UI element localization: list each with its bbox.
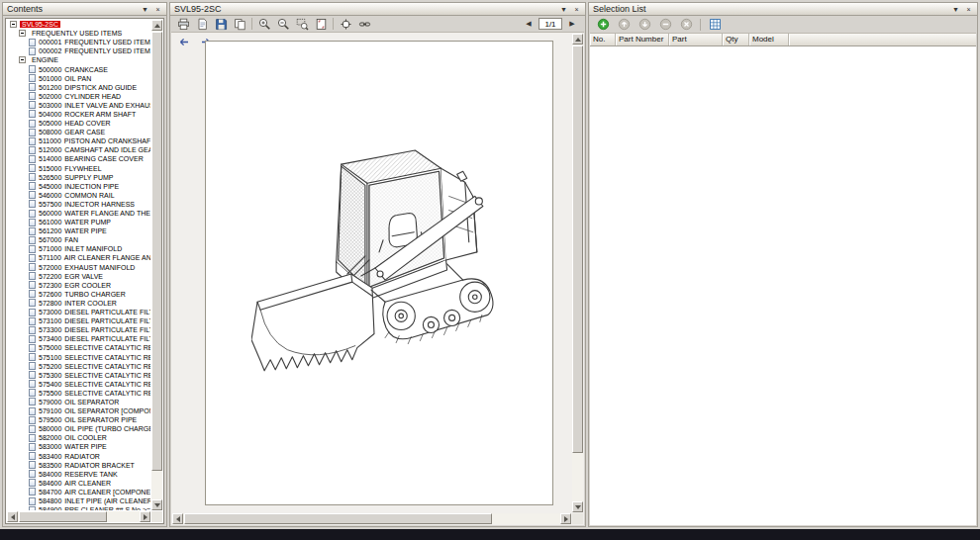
tree-row[interactable]: FREQUENTLY USED ITEMS	[8, 29, 150, 38]
scroll-right-button[interactable]	[140, 511, 150, 522]
print-button[interactable]	[174, 17, 192, 32]
copy-button[interactable]	[231, 17, 248, 32]
tree-horizontal-scrollbar[interactable]	[7, 511, 150, 522]
next-page-button[interactable]: ▶	[563, 17, 581, 32]
tree-row[interactable]: 512000 CAMSHAFT AND IDLE GEAR SHA	[8, 145, 150, 154]
tree-row[interactable]: 500000 CRANKCASE	[8, 64, 150, 73]
tree-row[interactable]: 584600 AIR CLEANER	[8, 479, 150, 488]
tree-row[interactable]: 515000 FLYWHEEL	[8, 164, 150, 173]
tree-row[interactable]: 575400 SELECTIVE CATALYTIC REDUCT	[8, 380, 150, 389]
tree-row[interactable]: 557500 INJECTOR HARNESS	[8, 200, 150, 209]
tree-row[interactable]: 567000 FAN	[8, 235, 150, 244]
tree-row[interactable]: 502000 CYLINDER HEAD	[8, 92, 150, 101]
auto-hide-pin-icon[interactable]: ▼	[949, 4, 962, 15]
save-image-button[interactable]	[212, 17, 230, 32]
tree-row[interactable]: 573400 DIESEL PARTICULATE FILTER D	[8, 334, 150, 343]
page-setup-button[interactable]	[193, 17, 211, 32]
tree-row[interactable]: 572600 TURBO CHARGER	[8, 290, 150, 299]
tree-row[interactable]: 561000 WATER PUMP	[8, 218, 150, 226]
tree-root-row[interactable]: SVL95-2SC	[8, 20, 150, 29]
close-icon[interactable]: ×	[570, 4, 583, 15]
column-header-part-number[interactable]: Part Number	[616, 34, 669, 45]
tree-vertical-scrollbar[interactable]	[151, 20, 162, 510]
clear-list-button[interactable]	[677, 17, 695, 32]
tree-row[interactable]: 583500 RADIATOR BRACKET	[8, 461, 150, 470]
move-down-button[interactable]	[636, 17, 653, 32]
fit-page-button[interactable]	[312, 17, 330, 32]
drawing-page[interactable]	[205, 41, 553, 505]
collapse-toggle-icon[interactable]	[19, 56, 26, 63]
tree-row[interactable]: 575000 SELECTIVE CATALYTIC REDUCT	[8, 343, 150, 352]
tree-row[interactable]: 571000 INLET MANIFOLD	[8, 244, 150, 253]
scroll-left-button[interactable]	[7, 511, 18, 522]
selection-table-body[interactable]	[590, 46, 976, 525]
tree-row[interactable]: 575100 SELECTIVE CATALYTIC REDUCT	[8, 352, 150, 361]
tree-row[interactable]: 584900 PRE CLEANER ## S.No.>=3922	[8, 505, 150, 510]
scroll-up-button[interactable]	[151, 20, 162, 31]
auto-hide-pin-icon[interactable]: ▼	[139, 4, 151, 15]
zoom-out-button[interactable]	[274, 17, 292, 32]
tree-row[interactable]: 560000 WATER FLANGE AND THERMOST	[8, 209, 150, 218]
column-header-no[interactable]: No.	[590, 34, 616, 45]
tree-row[interactable]: 584700 AIR CLEANER [COMPONENT PAR	[8, 488, 150, 496]
column-header-model[interactable]: Model	[749, 34, 789, 45]
viewer-vertical-scrollbar[interactable]	[572, 34, 583, 512]
close-icon[interactable]: ×	[151, 4, 164, 15]
scrollbar-thumb[interactable]	[184, 513, 492, 524]
tree-row[interactable]: 579000 OIL SEPARATOR	[8, 398, 150, 406]
tree-row[interactable]: 561200 WATER PIPE	[8, 226, 150, 235]
tree-row[interactable]: 572000 EXHAUST MANIFOLD	[8, 263, 150, 272]
tree-row[interactable]: 572800 INTER COOLER	[8, 299, 150, 308]
scroll-up-button[interactable]	[572, 34, 583, 45]
tree-row[interactable]: 579500 OIL SEPARATOR PIPE	[8, 415, 150, 424]
tree-row[interactable]: 579100 OIL SEPARATOR [COMPONENT P	[8, 406, 150, 415]
tree-row[interactable]: 501000 OIL PAN	[8, 74, 150, 83]
link-parts-button[interactable]	[355, 17, 373, 32]
column-header-part[interactable]: Part	[669, 34, 723, 45]
tree-row[interactable]: 000001 FREQUENTLY USED ITEMS	[8, 38, 150, 46]
tree-row[interactable]: 572300 EGR COOLER	[8, 281, 150, 290]
tree-row[interactable]: 546000 COMMON RAIL	[8, 191, 150, 200]
back-view-button[interactable]	[174, 35, 192, 49]
tree-row[interactable]: 505000 HEAD COVER	[8, 119, 150, 128]
tree-row[interactable]: 582000 OIL COOLER	[8, 433, 150, 442]
tree-row[interactable]: 503000 INLET VALVE AND EXHAUST VAL	[8, 101, 150, 110]
hotspot-toggle-button[interactable]	[337, 17, 354, 32]
move-up-button[interactable]	[615, 17, 633, 32]
tree-row[interactable]: 580000 OIL PIPE (TURBO CHARGER)	[8, 424, 150, 433]
export-list-button[interactable]	[706, 17, 724, 32]
tree-row[interactable]: 526500 SUPPLY PUMP	[8, 173, 150, 182]
tree-row[interactable]: 504000 ROCKER ARM SHAFT	[8, 110, 150, 119]
scroll-left-button[interactable]	[172, 513, 183, 524]
tree-row[interactable]: 573000 DIESEL PARTICULATE FILTER M	[8, 308, 150, 316]
tree-row[interactable]: 508000 GEAR CASE	[8, 128, 150, 136]
tree-row[interactable]: 575500 SELECTIVE CATALYTIC REDUCT	[8, 389, 150, 398]
scroll-down-button[interactable]	[151, 499, 162, 510]
tree-row[interactable]: 501200 DIPSTICK AND GUIDE	[8, 83, 150, 92]
tree-row[interactable]: 584800 INLET PIPE (AIR CLEANER)	[8, 496, 150, 505]
tree-row[interactable]: 511000 PISTON AND CRANKSHAFT	[8, 136, 150, 145]
delete-row-button[interactable]	[656, 17, 674, 32]
add-row-button[interactable]	[594, 17, 612, 32]
tree-row[interactable]: 573300 DIESEL PARTICULATE FILTER M	[8, 325, 150, 334]
prev-page-button[interactable]: ◀	[520, 17, 538, 32]
tree-row[interactable]: 575200 SELECTIVE CATALYTIC REDUCT	[8, 362, 150, 371]
tree-row[interactable]: 575300 SELECTIVE CATALYTIC REDUCT	[8, 371, 150, 380]
tree-row[interactable]: 583400 RADIATOR	[8, 452, 150, 461]
scrollbar-thumb[interactable]	[19, 511, 107, 522]
viewer-horizontal-scrollbar[interactable]	[172, 513, 571, 524]
tree-row[interactable]: ENGINE	[8, 55, 150, 64]
scroll-down-button[interactable]	[572, 501, 583, 512]
viewer-canvas[interactable]	[171, 33, 584, 525]
column-header-qty[interactable]: Qty	[723, 34, 749, 45]
tree-row[interactable]: 584000 RESERVE TANK	[8, 470, 150, 479]
tree-row[interactable]: 514000 BEARING CASE COVER	[8, 154, 150, 163]
collapse-toggle-icon[interactable]	[10, 21, 17, 28]
tree-row[interactable]: 572200 EGR VALVE	[8, 272, 150, 281]
auto-hide-pin-icon[interactable]: ▼	[557, 4, 570, 15]
close-icon[interactable]: ×	[962, 4, 975, 15]
scrollbar-thumb[interactable]	[151, 32, 162, 471]
zoom-window-button[interactable]	[293, 17, 311, 32]
zoom-in-button[interactable]	[255, 17, 273, 32]
tree-row[interactable]: 583000 WATER PIPE	[8, 442, 150, 451]
